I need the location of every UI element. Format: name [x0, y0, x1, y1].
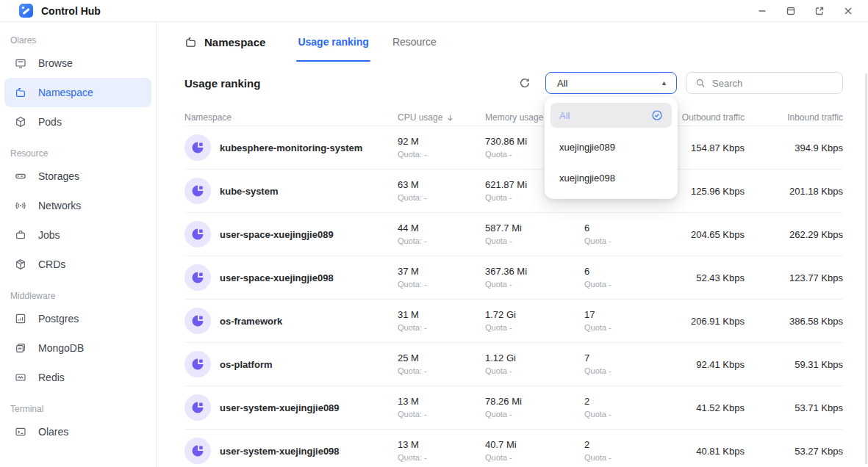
memory-quota: Quota - — [485, 366, 584, 377]
outbound-value: 41.52 Kbps — [645, 402, 745, 413]
pie-chart-icon — [190, 227, 205, 242]
sidebar: Olares Browse Namespace Pods Resource St… — [0, 22, 157, 467]
pods-value: 17 — [584, 308, 645, 321]
namespace-avatar — [184, 264, 211, 291]
sidebar-item-terminal-olares[interactable]: Olares — [4, 417, 151, 446]
search-box — [686, 72, 843, 94]
cpu-value: 37 M — [398, 265, 485, 278]
pods-value: 6 — [584, 222, 645, 234]
sort-desc-icon — [446, 114, 454, 122]
sidebar-item-browse[interactable]: Browse — [4, 48, 151, 78]
table-row[interactable]: user-system-xuejingjie098 13 M Quota: - … — [184, 429, 843, 467]
col-namespace: Namespace — [184, 112, 398, 123]
table-row[interactable]: os-framework 31 M Quota: - 1.72 Gi Quota… — [184, 299, 843, 342]
restore-window-icon[interactable] — [781, 2, 800, 20]
table-row[interactable]: user-space-xuejingjie089 44 M Quota: - 5… — [184, 212, 843, 256]
close-icon[interactable] — [839, 2, 858, 20]
namespace-avatar — [184, 438, 211, 464]
namespace-name: kubesphere-monitoring-system — [220, 142, 362, 153]
sidebar-section-middleware: Middleware — [0, 289, 156, 303]
namespace-title-icon — [184, 36, 197, 48]
tab-resource[interactable]: Resource — [391, 22, 438, 62]
search-input[interactable] — [712, 78, 835, 89]
chevron-up-icon: ▲ — [661, 80, 667, 87]
table-row[interactable]: kubesphere-monitoring-system 92 M Quota:… — [184, 126, 843, 169]
col-cpu-usage[interactable]: CPU usage — [398, 112, 485, 123]
open-in-new-icon[interactable] — [810, 2, 829, 20]
inbound-value: 53.27 Kbps — [745, 446, 843, 457]
memory-value: 78.26 Mi — [485, 395, 584, 408]
pods-value: 2 — [584, 438, 645, 451]
namespace-avatar — [184, 178, 211, 204]
outbound-value: 52.43 Kbps — [645, 272, 745, 283]
sidebar-item-storages[interactable]: Storages — [4, 162, 151, 191]
table-row[interactable]: kube-system 63 M Quota: - 621.87 Mi Quot… — [184, 169, 843, 212]
page-header: Namespace Usage ranking Resource — [184, 22, 843, 62]
app-logo-icon — [19, 4, 33, 18]
sidebar-item-label: Jobs — [38, 229, 60, 241]
outbound-value: 92.41 Kbps — [645, 359, 745, 370]
pie-chart-icon — [190, 314, 205, 328]
namespace-name: user-system-xuejingjie089 — [220, 402, 340, 413]
postgres-icon — [15, 313, 26, 325]
sidebar-section-terminal: Terminal — [0, 402, 156, 416]
sidebar-item-jobs[interactable]: Jobs — [4, 220, 151, 250]
cpu-value: 13 M — [398, 438, 485, 451]
pods-quota: Quota - — [584, 279, 645, 290]
sidebar-item-label: Networks — [38, 200, 81, 211]
cpu-quota: Quota: - — [398, 452, 485, 463]
cpu-value: 31 M — [398, 308, 485, 321]
inbound-value: 262.29 Kbps — [745, 229, 843, 240]
pods-quota: Quota - — [584, 236, 645, 247]
cpu-quota: Quota: - — [398, 149, 485, 160]
filter-dropdown[interactable]: All ▲ — [545, 72, 677, 94]
minimize-icon[interactable] — [753, 2, 772, 20]
cpu-quota: Quota: - — [398, 279, 485, 290]
search-icon — [695, 78, 706, 88]
namespace-name: user-system-xuejingjie098 — [220, 446, 340, 457]
table-row[interactable]: user-space-xuejingjie098 37 M Quota: - 3… — [184, 256, 843, 299]
outbound-value: 206.91 Kbps — [645, 316, 745, 327]
tab-usage-ranking[interactable]: Usage ranking — [296, 22, 370, 62]
storage-icon — [15, 170, 26, 182]
table-row[interactable]: user-system-xuejingjie089 13 M Quota: - … — [184, 385, 843, 429]
pie-chart-icon — [190, 357, 205, 372]
namespace-avatar — [184, 221, 211, 247]
memory-value: 587.7 Mi — [485, 222, 584, 234]
sidebar-section-resource: Resource — [0, 147, 156, 160]
memory-quota: Quota - — [485, 322, 584, 333]
check-circle-icon — [651, 109, 663, 121]
dropdown-option-xuejingjie098[interactable]: xuejingjie098 — [550, 162, 672, 193]
jobs-icon — [15, 229, 26, 241]
dropdown-option-all[interactable]: All — [550, 103, 672, 128]
section-title: Usage ranking — [184, 77, 517, 90]
sidebar-item-crds[interactable]: CRDs — [4, 250, 151, 279]
sidebar-item-label: Storages — [38, 170, 79, 182]
namespace-avatar — [184, 308, 211, 334]
dropdown-option-xuejingjie089[interactable]: xuejingjie089 — [550, 131, 672, 162]
sidebar-item-label: Browse — [38, 57, 73, 69]
refresh-icon[interactable] — [517, 76, 532, 90]
sidebar-item-networks[interactable]: Networks — [4, 191, 151, 220]
pie-chart-icon — [190, 400, 205, 415]
col-inbound-traffic: Inbound traffic — [745, 112, 843, 123]
cpu-value: 44 M — [398, 222, 485, 234]
pods-value: 7 — [584, 352, 645, 364]
namespace-name: user-space-xuejingjie098 — [220, 272, 334, 283]
sidebar-item-mongodb[interactable]: MongoDB — [4, 333, 151, 363]
inbound-value: 386.58 Kbps — [745, 316, 843, 327]
cpu-value: 92 M — [398, 135, 485, 148]
pods-quota: Quota - — [584, 322, 645, 333]
vertical-scrollbar[interactable] — [865, 73, 867, 464]
crds-icon — [15, 258, 26, 270]
namespace-name: os-platform — [220, 359, 273, 370]
cpu-quota: Quota: - — [398, 192, 485, 203]
sidebar-item-pods[interactable]: Pods — [4, 107, 151, 137]
table-row[interactable]: os-platform 25 M Quota: - 1.12 Gi Quota … — [184, 342, 843, 385]
outbound-value: 40.81 Kbps — [645, 446, 745, 457]
sidebar-item-namespace[interactable]: Namespace — [4, 78, 151, 107]
sidebar-item-redis[interactable]: Redis — [4, 363, 151, 392]
sidebar-item-postgres[interactable]: Postgres — [4, 304, 151, 333]
namespace-avatar — [184, 394, 211, 421]
pie-chart-icon — [190, 140, 205, 155]
